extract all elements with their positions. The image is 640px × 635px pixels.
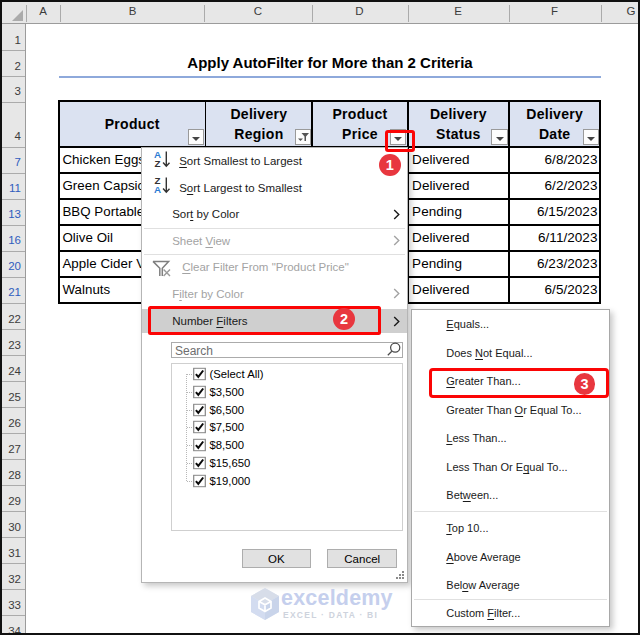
svg-text:Z: Z: [154, 158, 160, 168]
svg-text:A: A: [154, 185, 161, 195]
